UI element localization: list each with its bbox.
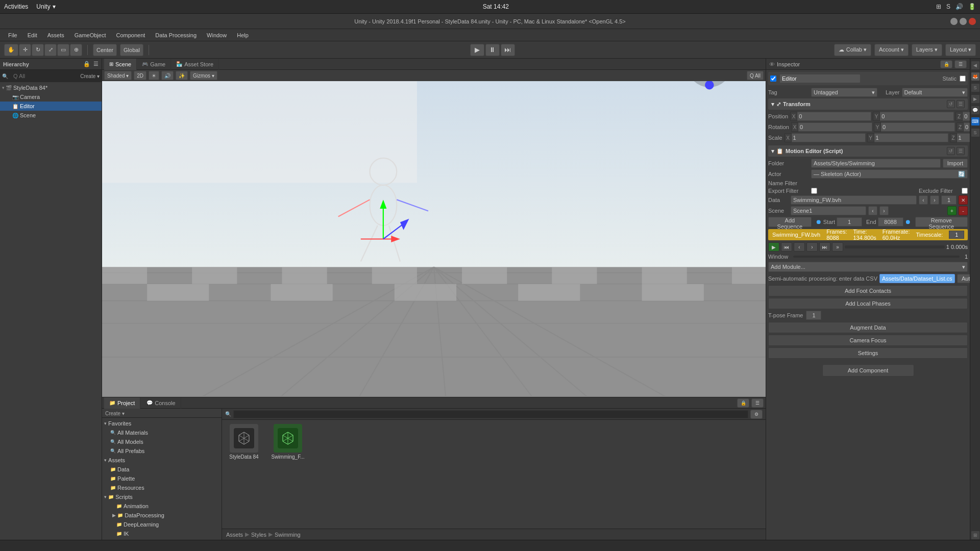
center-button[interactable]: Center bbox=[93, 44, 117, 56]
pause-button[interactable]: ⏸ bbox=[485, 44, 500, 56]
data-remove-btn[interactable]: ✕ bbox=[959, 195, 968, 205]
scene-input[interactable] bbox=[791, 206, 866, 215]
play-anim-btn[interactable]: ▶ bbox=[768, 242, 779, 252]
scene-search[interactable]: Q All bbox=[747, 71, 764, 80]
minimize-button[interactable] bbox=[950, 18, 958, 25]
data-prev-btn[interactable]: ‹ bbox=[919, 195, 928, 205]
pt-favorites[interactable]: ▾ Favorites bbox=[102, 419, 222, 428]
rect-tool[interactable]: ▭ bbox=[57, 44, 69, 56]
add-local-phases-button[interactable]: Add Local Phases bbox=[768, 298, 968, 309]
hierarchy-item-editor[interactable]: 📋 Editor bbox=[0, 102, 102, 111]
transform-reset-btn[interactable]: ↺ bbox=[947, 100, 955, 108]
tpose-value-input[interactable] bbox=[806, 311, 821, 320]
fast-forward-btn[interactable]: » bbox=[832, 242, 843, 252]
gizmos-button[interactable]: Gizmos ▾ bbox=[190, 71, 217, 80]
scene-next-btn[interactable]: › bbox=[879, 206, 889, 215]
scene-prev-btn[interactable]: ‹ bbox=[868, 206, 877, 215]
breadcrumb-styles[interactable]: Styles bbox=[251, 532, 266, 538]
next-frame-btn[interactable]: ⏭ bbox=[819, 242, 830, 252]
tab-console[interactable]: 💬Console bbox=[141, 397, 181, 409]
project-lock-button[interactable]: 🔒 bbox=[737, 398, 749, 408]
asset-swimmingfw[interactable]: Swimming_F... bbox=[270, 424, 306, 460]
add-sequence-button[interactable]: Add Sequence bbox=[768, 217, 812, 227]
start-value-input[interactable] bbox=[837, 217, 862, 227]
hierarchy-search-input[interactable] bbox=[10, 71, 78, 81]
inspector-lock-button[interactable]: 🔒 bbox=[940, 60, 952, 68]
rs-btn-8[interactable]: ⊞ bbox=[971, 531, 980, 540]
augment-data-button[interactable]: Augment Data bbox=[768, 322, 968, 333]
rs-btn-2[interactable]: 🦊 bbox=[971, 72, 980, 81]
layers-button[interactable]: Layers ▾ bbox=[912, 44, 942, 56]
me-reset-btn[interactable]: ↺ bbox=[947, 147, 955, 155]
settings-button[interactable]: Settings bbox=[768, 347, 968, 359]
hierarchy-lock-icon[interactable]: 🔒 bbox=[83, 61, 90, 67]
pt-palette[interactable]: 📁 Palette bbox=[102, 474, 222, 483]
audio-button[interactable]: 🔊 bbox=[161, 71, 174, 80]
scale-tool[interactable]: ⤢ bbox=[44, 44, 57, 56]
add-component-button[interactable]: Add Component bbox=[822, 364, 914, 377]
tab-asset-store[interactable]: 🏪Asset Store bbox=[171, 59, 219, 70]
assets-search-input[interactable] bbox=[233, 410, 748, 418]
tag-dropdown[interactable]: Untagged ▾ bbox=[811, 88, 877, 97]
actor-refresh-icon[interactable]: 🔄 bbox=[958, 171, 965, 178]
tab-scene[interactable]: ⊞Scene bbox=[104, 59, 137, 70]
transform-section-header[interactable]: ▾ ⤢ Transform ↺ ☰ bbox=[768, 98, 968, 110]
data-input[interactable] bbox=[791, 195, 917, 205]
breadcrumb-assets[interactable]: Assets bbox=[226, 532, 243, 538]
inspector-menu-button[interactable]: ☰ bbox=[954, 60, 967, 68]
rotate-tool[interactable]: ↻ bbox=[32, 44, 44, 56]
fx-button[interactable]: ✨ bbox=[176, 71, 188, 80]
layer-dropdown[interactable]: Default ▾ bbox=[902, 88, 968, 97]
anim-timescale-input[interactable] bbox=[949, 231, 964, 239]
menu-file[interactable]: File bbox=[4, 31, 21, 39]
collab-button[interactable]: ☁Collab ▾ bbox=[834, 44, 871, 56]
position-y-input[interactable] bbox=[880, 112, 954, 121]
rs-btn-7[interactable]: S bbox=[971, 128, 980, 137]
csv-input[interactable] bbox=[879, 274, 955, 283]
global-button[interactable]: Global bbox=[120, 44, 143, 56]
tab-project[interactable]: 📁Project bbox=[104, 397, 140, 409]
position-z-input[interactable] bbox=[963, 112, 970, 121]
pt-libraries[interactable]: 📁 Libraries bbox=[102, 538, 222, 540]
rs-btn-6[interactable]: ⌨ bbox=[971, 117, 980, 126]
close-button[interactable] bbox=[969, 18, 976, 25]
pt-all-prefabs[interactable]: 🔍 All Prefabs bbox=[102, 446, 222, 456]
rs-btn-5[interactable]: 💬 bbox=[971, 106, 980, 115]
breadcrumb-swimming[interactable]: Swimming bbox=[275, 532, 301, 538]
activities-menu[interactable]: Activities bbox=[4, 3, 28, 10]
rs-btn-3[interactable]: S bbox=[971, 83, 980, 92]
menu-dataprocessing[interactable]: Data Processing bbox=[151, 31, 201, 39]
menu-help[interactable]: Help bbox=[233, 31, 253, 39]
tab-game[interactable]: 🎮Game bbox=[137, 59, 171, 70]
pt-dataprocessing[interactable]: ▶ 📁 DataProcessing bbox=[102, 511, 222, 520]
pt-all-models[interactable]: 🔍 All Models bbox=[102, 437, 222, 446]
camera-focus-button[interactable]: Camera Focus bbox=[768, 335, 968, 346]
menu-edit[interactable]: Edit bbox=[23, 31, 41, 39]
import-button[interactable]: Import bbox=[943, 159, 968, 168]
pt-animation[interactable]: 📁 Animation bbox=[102, 502, 222, 511]
pt-scripts[interactable]: ▾ 📁 Scripts bbox=[102, 492, 222, 502]
menu-component[interactable]: Component bbox=[112, 31, 149, 39]
transform-menu-btn[interactable]: ☰ bbox=[957, 100, 965, 108]
autoprocess-button[interactable]: AutoProcess bbox=[957, 274, 970, 283]
project-create-btn[interactable]: Create ▾ bbox=[105, 411, 125, 416]
move-tool[interactable]: ✛ bbox=[19, 44, 31, 56]
me-menu-btn[interactable]: ☰ bbox=[957, 147, 965, 155]
project-menu-button[interactable]: ☰ bbox=[751, 398, 764, 408]
rotation-z-input[interactable] bbox=[964, 122, 970, 132]
account-button[interactable]: Account ▾ bbox=[874, 44, 909, 56]
step-button[interactable]: ⏭ bbox=[501, 44, 515, 56]
rs-btn-1[interactable]: ◀ bbox=[971, 61, 980, 70]
rs-btn-4[interactable]: ▶ bbox=[971, 94, 980, 104]
asset-styledata84[interactable]: StyleData 84 bbox=[226, 424, 262, 460]
play-button[interactable]: ▶ bbox=[470, 44, 484, 56]
hierarchy-item-camera[interactable]: 📷 Camera bbox=[0, 92, 102, 102]
menu-window[interactable]: Window bbox=[203, 31, 231, 39]
menu-assets[interactable]: Assets bbox=[43, 31, 68, 39]
shaded-button[interactable]: Shaded ▾ bbox=[104, 71, 132, 80]
hierarchy-item-styledata[interactable]: ▾ 🎬 StyleData 84* bbox=[0, 83, 102, 92]
pt-all-materials[interactable]: 🔍 All Materials bbox=[102, 428, 222, 437]
assets-options-btn[interactable]: ⚙ bbox=[750, 410, 763, 419]
end-value-input[interactable] bbox=[878, 217, 903, 227]
anim-progress-bar[interactable] bbox=[845, 245, 945, 248]
